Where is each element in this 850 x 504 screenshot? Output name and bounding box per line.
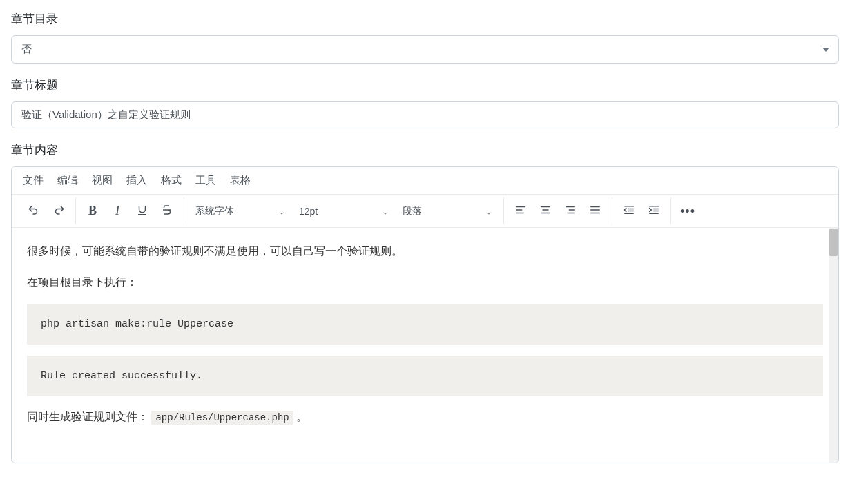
toolbar-group-selects: 系统字体 12pt 段落 (184, 197, 504, 224)
chevron-down-icon (485, 208, 492, 215)
menu-file[interactable]: 文件 (23, 174, 44, 187)
toolbar-group-align (504, 197, 612, 224)
strikethrough-button[interactable] (155, 199, 180, 224)
indent-icon (648, 204, 660, 218)
inline-code: app/Rules/Uppercase.php (151, 411, 293, 425)
italic-button[interactable]: I (105, 199, 130, 224)
align-right-icon (564, 204, 577, 218)
menu-tools[interactable]: 工具 (195, 174, 216, 187)
italic-icon: I (115, 204, 119, 218)
toolbar-group-history (17, 197, 76, 224)
bold-icon: B (88, 204, 97, 218)
menu-insert[interactable]: 插入 (126, 174, 147, 187)
align-left-button[interactable] (508, 199, 533, 224)
align-center-icon (539, 204, 552, 218)
toolbar-group-format: B I (76, 197, 184, 224)
chapter-content-label: 章节内容 (11, 142, 839, 158)
align-left-icon (514, 204, 527, 218)
menu-format[interactable]: 格式 (161, 174, 182, 187)
chapter-title-group: 章节标题 (11, 77, 839, 128)
more-button[interactable]: ••• (675, 199, 700, 224)
chapter-directory-label: 章节目录 (11, 11, 839, 27)
indent-button[interactable] (641, 199, 666, 224)
chapter-content-group: 章节内容 文件 编辑 视图 插入 格式 工具 表格 (11, 142, 839, 463)
text-span: 同时生成验证规则文件： (27, 411, 148, 423)
align-right-button[interactable] (558, 199, 583, 224)
chevron-down-icon (278, 208, 285, 215)
editor-content-area[interactable]: 很多时候，可能系统自带的验证规则不满足使用，可以自己写一个验证规则。 在项目根目… (12, 228, 838, 463)
toolbar-group-more: ••• (671, 197, 704, 224)
font-family-value: 系统字体 (195, 205, 234, 217)
editor-toolbar: B I 系统字体 (12, 195, 838, 228)
scrollbar-thumb[interactable] (829, 229, 838, 256)
code-block: Rule created successfully. (27, 356, 823, 396)
content-paragraph: 同时生成验证规则文件： app/Rules/Uppercase.php 。 (27, 407, 823, 427)
chapter-title-label: 章节标题 (11, 77, 839, 93)
content-paragraph: 在项目根目录下执行： (27, 273, 823, 293)
menu-view[interactable]: 视图 (92, 174, 113, 187)
chapter-directory-value: 否 (21, 43, 32, 55)
redo-button[interactable] (46, 199, 71, 224)
block-format-select[interactable]: 段落 (396, 199, 499, 224)
code-block: php artisan make:rule Uppercase (27, 304, 823, 345)
content-paragraph: 很多时候，可能系统自带的验证规则不满足使用，可以自己写一个验证规则。 (27, 242, 823, 262)
align-justify-icon (589, 204, 601, 218)
undo-icon (28, 204, 40, 218)
align-center-button[interactable] (533, 199, 558, 224)
block-format-value: 段落 (403, 205, 422, 217)
chapter-directory-select[interactable]: 否 (11, 35, 839, 64)
underline-icon (136, 204, 148, 218)
font-size-select[interactable]: 12pt (292, 199, 396, 224)
chapter-directory-group: 章节目录 否 (11, 11, 839, 64)
chapter-title-input[interactable] (11, 101, 839, 128)
strikethrough-icon (161, 204, 173, 218)
scrollbar-track[interactable] (829, 228, 838, 463)
outdent-icon (623, 204, 635, 218)
font-size-value: 12pt (299, 206, 318, 217)
chapter-directory-select-wrapper: 否 (11, 35, 839, 64)
toolbar-group-indent (612, 197, 671, 224)
redo-icon (52, 204, 65, 218)
bold-button[interactable]: B (80, 199, 105, 224)
editor-content-wrapper: 很多时候，可能系统自带的验证规则不满足使用，可以自己写一个验证规则。 在项目根目… (12, 228, 838, 463)
text-span: 。 (296, 411, 307, 423)
editor-menubar: 文件 编辑 视图 插入 格式 工具 表格 (12, 167, 838, 195)
underline-button[interactable] (130, 199, 155, 224)
menu-edit[interactable]: 编辑 (57, 174, 78, 187)
font-family-select[interactable]: 系统字体 (189, 199, 292, 224)
chevron-down-icon (382, 208, 389, 215)
align-justify-button[interactable] (583, 199, 608, 224)
menu-table[interactable]: 表格 (230, 174, 251, 187)
rich-text-editor: 文件 编辑 视图 插入 格式 工具 表格 (11, 166, 839, 463)
outdent-button[interactable] (617, 199, 641, 224)
more-icon: ••• (680, 205, 695, 217)
undo-button[interactable] (21, 199, 46, 224)
